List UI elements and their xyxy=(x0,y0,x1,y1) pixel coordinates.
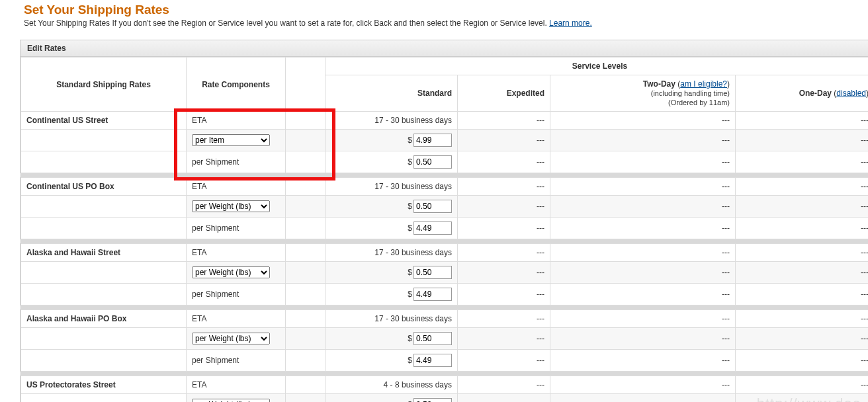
region-blank xyxy=(21,130,187,151)
spacer-row xyxy=(21,173,869,178)
region-name: US Protectorates Street xyxy=(21,376,187,394)
eta-standard: 4 - 8 business days xyxy=(326,376,458,394)
eta-oneday: --- xyxy=(736,178,869,196)
shipment-twoday: --- xyxy=(550,350,736,372)
col-twoday: Two-Day (am I eligible?) (including hand… xyxy=(550,75,736,112)
eta-twoday: --- xyxy=(550,112,736,130)
shipment-oneday: --- xyxy=(736,350,869,372)
gap-cell xyxy=(286,328,326,350)
currency-symbol: $ xyxy=(408,157,412,167)
currency-symbol: $ xyxy=(408,356,412,365)
region-blank xyxy=(21,196,187,218)
subtitle-text: Set Your Shipping Rates If you don't see… xyxy=(24,19,549,28)
eta-expedited: --- xyxy=(458,244,550,262)
rate-standard-input[interactable] xyxy=(413,266,452,279)
shipment-standard-input[interactable] xyxy=(413,288,452,301)
region-blank xyxy=(21,394,187,403)
rate-oneday: --- xyxy=(736,262,869,284)
rate-expedited: --- xyxy=(458,130,550,151)
eta-label: ETA xyxy=(187,244,286,262)
eta-twoday: --- xyxy=(550,376,736,394)
rate-component-select[interactable]: per Itemper Weight (lbs) xyxy=(192,200,270,212)
twoday-line2: (including handling time) xyxy=(651,89,730,97)
currency-symbol: $ xyxy=(408,268,412,277)
region-blank xyxy=(21,262,187,284)
col-service-levels: Service Levels xyxy=(326,58,869,75)
region-blank xyxy=(21,284,187,305)
rate-standard-input[interactable] xyxy=(413,398,452,402)
gap-cell xyxy=(286,178,326,196)
rate-standard-cell: $ xyxy=(326,328,458,350)
gap-cell xyxy=(286,196,326,218)
per-shipment-label: per Shipment xyxy=(187,151,286,173)
rate-select-cell: per Itemper Weight (lbs) xyxy=(187,328,286,350)
eta-standard: 17 - 30 business days xyxy=(326,178,458,196)
col-expedited: Expedited xyxy=(458,75,550,112)
gap-cell xyxy=(286,310,326,328)
gap-cell xyxy=(286,350,326,372)
per-shipment-label: per Shipment xyxy=(187,218,286,239)
gap-cell xyxy=(286,151,326,173)
oneday-label: One-Day xyxy=(799,89,832,98)
region-name: Alaska and Hawaii Street xyxy=(21,244,187,262)
rate-standard-cell: $ xyxy=(326,130,458,151)
shipment-standard-input[interactable] xyxy=(413,221,452,235)
spacer-row xyxy=(21,372,869,376)
shipment-twoday: --- xyxy=(550,284,736,305)
col-oneday: One-Day (disabled) xyxy=(736,75,869,112)
rate-component-select[interactable]: per Itemper Weight (lbs) xyxy=(192,399,270,402)
gap-cell xyxy=(286,112,326,130)
shipment-twoday: --- xyxy=(550,151,736,173)
rate-component-select[interactable]: per Itemper Weight (lbs) xyxy=(192,333,270,344)
page-title: Set Your Shipping Rates xyxy=(24,3,868,17)
eta-oneday: --- xyxy=(736,376,869,394)
eta-label: ETA xyxy=(187,310,286,328)
shipment-standard-input[interactable] xyxy=(413,155,452,169)
eta-label: ETA xyxy=(187,178,286,196)
region-blank xyxy=(21,328,187,350)
panel-header: Edit Rates xyxy=(21,40,868,57)
spacer-row xyxy=(21,305,869,310)
learn-more-link[interactable]: Learn more. xyxy=(549,19,592,28)
rate-standard-cell: $ xyxy=(326,262,458,284)
spacer-row xyxy=(21,239,869,244)
currency-symbol: $ xyxy=(408,136,412,145)
gap-cell xyxy=(286,376,326,394)
rate-twoday: --- xyxy=(550,130,736,151)
rate-twoday: --- xyxy=(550,394,736,403)
rate-standard-input[interactable] xyxy=(413,332,452,345)
eta-oneday: --- xyxy=(736,310,869,328)
rate-standard-input[interactable] xyxy=(413,134,452,147)
currency-symbol: $ xyxy=(408,290,412,299)
rate-oneday: --- xyxy=(736,130,869,151)
eta-oneday: --- xyxy=(736,112,869,130)
rate-component-select[interactable]: per Itemper Weight (lbs) xyxy=(192,134,270,146)
currency-symbol: $ xyxy=(408,334,412,343)
page-root: Set Your Shipping Rates Set Your Shippin… xyxy=(0,3,868,402)
oneday-status-link[interactable]: disabled xyxy=(836,89,866,98)
shipment-oneday: --- xyxy=(736,284,869,305)
eta-twoday: --- xyxy=(550,310,736,328)
shipment-standard-cell: $ xyxy=(326,151,458,173)
rates-panel: Edit Rates Standard Shipping Rates Rate … xyxy=(20,40,868,402)
region-blank xyxy=(21,350,187,372)
shipment-standard-cell: $ xyxy=(326,218,458,239)
eta-label: ETA xyxy=(187,376,286,394)
twoday-eligible-link[interactable]: am I eligible? xyxy=(680,79,727,89)
rate-oneday: --- xyxy=(736,196,869,218)
twoday-label: Two-Day xyxy=(643,79,675,89)
eta-expedited: --- xyxy=(458,178,550,196)
eta-twoday: --- xyxy=(550,244,736,262)
gap-cell xyxy=(286,394,326,403)
currency-symbol: $ xyxy=(408,202,412,211)
rate-standard-input[interactable] xyxy=(413,200,452,213)
rate-component-select[interactable]: per Itemper Weight (lbs) xyxy=(192,266,270,278)
region-blank xyxy=(21,151,187,173)
rate-twoday: --- xyxy=(550,196,736,218)
shipment-oneday: --- xyxy=(736,218,869,239)
rate-twoday: --- xyxy=(550,328,736,350)
rate-select-cell: per Itemper Weight (lbs) xyxy=(187,196,286,218)
shipment-expedited: --- xyxy=(458,218,550,239)
eta-label: ETA xyxy=(187,112,286,130)
shipment-standard-input[interactable] xyxy=(413,354,452,367)
